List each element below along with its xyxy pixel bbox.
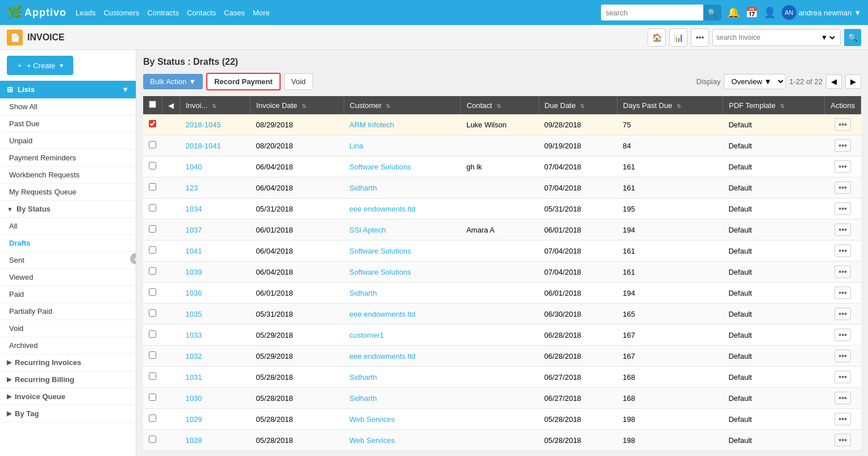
row-checkbox-cell[interactable] <box>143 198 162 219</box>
customer-link[interactable]: customer1 <box>349 331 384 339</box>
row-actions-cell[interactable]: ••• <box>825 177 861 198</box>
row-actions-cell[interactable]: ••• <box>825 156 861 177</box>
invoice-search-button[interactable]: 🔍 <box>844 29 861 46</box>
invoice-num-link[interactable]: 1040 <box>186 163 202 171</box>
row-customer[interactable]: Software Solutions <box>344 156 461 177</box>
row-actions-button[interactable]: ••• <box>834 202 851 215</box>
calendar-icon[interactable]: 📅 <box>745 6 758 19</box>
row-checkbox[interactable] <box>149 436 156 443</box>
row-customer[interactable]: Software Solutions <box>344 262 461 283</box>
row-actions-cell[interactable]: ••• <box>825 346 861 367</box>
row-actions-button[interactable]: ••• <box>834 181 851 194</box>
customer-link[interactable]: Sidharth <box>349 184 377 192</box>
sidebar-status-all[interactable]: All <box>0 218 136 235</box>
row-customer[interactable]: Web Services <box>344 409 461 430</box>
select-all-checkbox[interactable] <box>149 101 156 108</box>
row-checkbox[interactable] <box>149 267 156 275</box>
customer-link[interactable]: eee endowments ltd <box>349 205 415 213</box>
row-checkbox-cell[interactable] <box>143 177 162 198</box>
customer-link[interactable]: Software Solutions <box>349 247 411 255</box>
invoice-num-link[interactable]: 1034 <box>186 205 202 213</box>
row-checkbox[interactable] <box>149 414 156 422</box>
customer-link[interactable]: Software Solutions <box>349 268 411 276</box>
row-checkbox[interactable] <box>149 351 156 359</box>
row-customer[interactable]: Sidharth <box>344 367 461 388</box>
bulk-action-button[interactable]: Bulk Action ▼ <box>143 74 203 89</box>
row-checkbox-cell[interactable] <box>143 325 162 346</box>
th-customer[interactable]: Customer ⇅ <box>344 96 461 114</box>
row-actions-cell[interactable]: ••• <box>825 198 861 219</box>
app-logo[interactable]: 🌿 Apptivo <box>7 5 66 20</box>
customer-link[interactable]: SSI Aptech <box>349 226 386 234</box>
row-checkbox-cell[interactable] <box>143 241 162 262</box>
row-actions-button[interactable]: ••• <box>834 160 851 173</box>
row-actions-cell[interactable]: ••• <box>825 388 861 409</box>
sidebar-status-paid[interactable]: Paid <box>0 286 136 303</box>
row-actions-button[interactable]: ••• <box>834 244 851 257</box>
row-customer[interactable]: Sidharth <box>344 283 461 304</box>
row-invoice-num[interactable]: 123 <box>180 177 251 198</box>
row-checkbox[interactable] <box>149 246 156 254</box>
row-customer[interactable]: SSI Aptech <box>344 219 461 241</box>
row-actions-cell[interactable]: ••• <box>825 219 861 241</box>
sidebar-status-archived[interactable]: Archived <box>0 337 136 354</box>
row-invoice-num[interactable]: 1034 <box>180 198 251 219</box>
th-invoice-date[interactable]: Invoice Date ⇅ <box>251 96 344 114</box>
row-invoice-num[interactable]: 1029 <box>180 409 251 430</box>
row-customer[interactable]: ARM Infotech <box>344 114 461 135</box>
customer-link[interactable]: Sidharth <box>349 394 377 403</box>
row-checkbox[interactable] <box>149 393 156 401</box>
notification-icon[interactable]: 🔔 <box>727 6 740 19</box>
th-collapse-arrow[interactable]: ◀ <box>162 96 180 114</box>
create-button[interactable]: ＋ + Create ▼ <box>7 56 73 75</box>
row-checkbox-cell[interactable] <box>143 135 162 156</box>
row-checkbox[interactable] <box>149 288 156 296</box>
row-invoice-num[interactable]: 2018-1041 <box>180 135 251 156</box>
sidebar-status-viewed[interactable]: Viewed <box>0 269 136 286</box>
sidebar-item-unpaid[interactable]: Unpaid <box>0 132 136 150</box>
row-actions-button[interactable]: ••• <box>834 287 851 299</box>
row-invoice-num[interactable]: 1032 <box>180 346 251 367</box>
row-checkbox[interactable] <box>149 141 156 148</box>
row-checkbox-cell[interactable] <box>143 388 162 409</box>
nav-leads[interactable]: Leads <box>76 9 95 17</box>
row-customer[interactable]: eee endowments ltd <box>344 346 461 367</box>
row-customer[interactable]: Software Solutions <box>344 241 461 262</box>
sidebar-status-drafts[interactable]: Drafts <box>0 235 136 252</box>
row-customer[interactable]: customer1 <box>344 325 461 346</box>
next-page-button[interactable]: ▶ <box>845 74 861 89</box>
sidebar-lists-section[interactable]: ⊞ Lists ▼ <box>0 81 136 98</box>
row-actions-cell[interactable]: ••• <box>825 409 861 430</box>
row-invoice-num[interactable]: 1030 <box>180 388 251 409</box>
nav-cases[interactable]: Cases <box>224 9 245 17</box>
void-button[interactable]: Void <box>284 73 313 90</box>
invoice-num-link[interactable]: 1033 <box>186 331 202 339</box>
row-invoice-num[interactable]: 1036 <box>180 283 251 304</box>
row-checkbox-cell[interactable] <box>143 346 162 367</box>
record-payment-button[interactable]: Record Payment <box>206 73 281 90</box>
nav-contracts[interactable]: Contracts <box>147 9 179 17</box>
by-tag-group[interactable]: ▶ By Tag <box>0 405 136 422</box>
row-actions-button[interactable]: ••• <box>834 392 851 404</box>
home-icon-btn[interactable]: 🏠 <box>648 28 666 47</box>
row-customer[interactable]: Lina <box>344 135 461 156</box>
sidebar-status-void[interactable]: Void <box>0 320 136 337</box>
by-status-group-header[interactable]: ▼ By Status <box>0 201 136 218</box>
sidebar-item-show-all[interactable]: Show All <box>0 98 136 115</box>
row-actions-button[interactable]: ••• <box>834 118 851 131</box>
row-checkbox-cell[interactable] <box>143 114 162 135</box>
chart-icon-btn[interactable]: 📊 <box>669 28 687 47</box>
invoice-num-link[interactable]: 1037 <box>186 226 202 234</box>
row-invoice-num[interactable]: 1035 <box>180 304 251 325</box>
row-actions-button[interactable]: ••• <box>834 350 851 362</box>
th-due-date[interactable]: Due Date ⇅ <box>539 96 617 114</box>
row-actions-cell[interactable]: ••• <box>825 135 861 156</box>
invoice-num-link[interactable]: 1030 <box>186 394 202 403</box>
row-checkbox[interactable] <box>149 309 156 317</box>
invoice-num-link[interactable]: 1035 <box>186 310 202 318</box>
row-actions-cell[interactable]: ••• <box>825 367 861 388</box>
invoice-num-link[interactable]: 1036 <box>186 289 202 297</box>
invoice-num-link[interactable]: 1032 <box>186 352 202 360</box>
row-checkbox[interactable] <box>149 183 156 190</box>
sidebar-item-payment-reminders[interactable]: Payment Reminders <box>0 150 136 167</box>
